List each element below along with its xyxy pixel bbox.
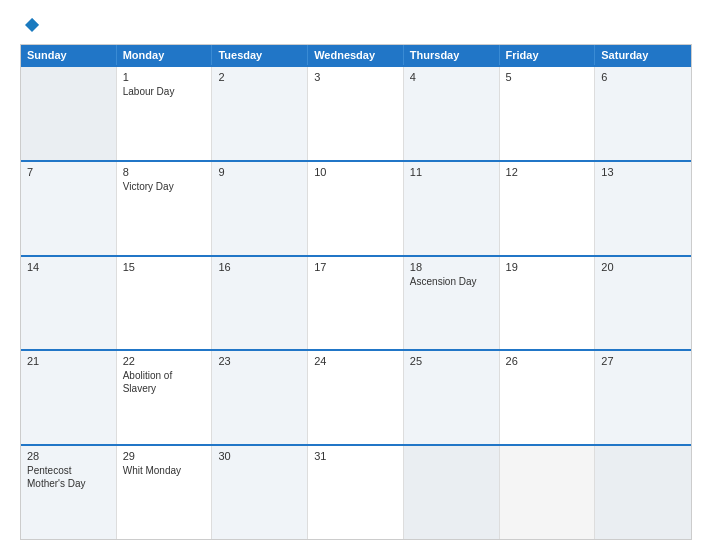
calendar-cell: 28PentecostMother's Day	[21, 446, 117, 539]
day-number: 15	[123, 261, 206, 273]
calendar-cell: 15	[117, 257, 213, 350]
calendar-cell: 9	[212, 162, 308, 255]
event-label: Mother's Day	[27, 477, 110, 490]
calendar-cell: 25	[404, 351, 500, 444]
day-number: 2	[218, 71, 301, 83]
cal-header-cell: Tuesday	[212, 45, 308, 65]
calendar-week-row: 1Labour Day23456	[21, 65, 691, 160]
calendar-week-row: 78Victory Day910111213	[21, 160, 691, 255]
event-label: Victory Day	[123, 180, 206, 193]
calendar: SundayMondayTuesdayWednesdayThursdayFrid…	[20, 44, 692, 540]
calendar-cell: 6	[595, 67, 691, 160]
day-number: 12	[506, 166, 589, 178]
calendar-cell: 21	[21, 351, 117, 444]
day-number: 26	[506, 355, 589, 367]
day-number: 8	[123, 166, 206, 178]
cal-header-cell: Friday	[500, 45, 596, 65]
calendar-cell: 4	[404, 67, 500, 160]
calendar-week-row: 2122Abolition of Slavery2324252627	[21, 349, 691, 444]
day-number: 4	[410, 71, 493, 83]
calendar-cell: 2	[212, 67, 308, 160]
calendar-cell: 16	[212, 257, 308, 350]
calendar-cell: 7	[21, 162, 117, 255]
calendar-cell: 13	[595, 162, 691, 255]
calendar-cell: 26	[500, 351, 596, 444]
calendar-cell: 20	[595, 257, 691, 350]
event-label: Pentecost	[27, 464, 110, 477]
calendar-cell: 24	[308, 351, 404, 444]
calendar-cell: 31	[308, 446, 404, 539]
calendar-cell: 27	[595, 351, 691, 444]
day-number: 18	[410, 261, 493, 273]
day-number: 17	[314, 261, 397, 273]
calendar-cell	[21, 67, 117, 160]
calendar-cell: 29Whit Monday	[117, 446, 213, 539]
day-number: 24	[314, 355, 397, 367]
day-number: 28	[27, 450, 110, 462]
cal-header-cell: Monday	[117, 45, 213, 65]
calendar-cell: 17	[308, 257, 404, 350]
day-number: 27	[601, 355, 685, 367]
day-number: 14	[27, 261, 110, 273]
calendar-cell: 1Labour Day	[117, 67, 213, 160]
day-number: 23	[218, 355, 301, 367]
cal-header-cell: Saturday	[595, 45, 691, 65]
calendar-cell: 19	[500, 257, 596, 350]
day-number: 20	[601, 261, 685, 273]
day-number: 19	[506, 261, 589, 273]
calendar-body: 1Labour Day2345678Victory Day91011121314…	[21, 65, 691, 539]
day-number: 16	[218, 261, 301, 273]
svg-marker-1	[32, 18, 39, 25]
day-number: 10	[314, 166, 397, 178]
calendar-cell	[500, 446, 596, 539]
day-number: 21	[27, 355, 110, 367]
calendar-week-row: 1415161718Ascension Day1920	[21, 255, 691, 350]
day-number: 29	[123, 450, 206, 462]
cal-header-cell: Thursday	[404, 45, 500, 65]
day-number: 9	[218, 166, 301, 178]
day-number: 31	[314, 450, 397, 462]
calendar-cell: 5	[500, 67, 596, 160]
day-number: 25	[410, 355, 493, 367]
day-number: 5	[506, 71, 589, 83]
calendar-cell	[595, 446, 691, 539]
logo	[20, 16, 41, 34]
calendar-cell: 8Victory Day	[117, 162, 213, 255]
calendar-cell: 14	[21, 257, 117, 350]
calendar-week-row: 28PentecostMother's Day29Whit Monday3031	[21, 444, 691, 539]
cal-header-cell: Sunday	[21, 45, 117, 65]
calendar-cell: 10	[308, 162, 404, 255]
day-number: 1	[123, 71, 206, 83]
day-number: 30	[218, 450, 301, 462]
logo-flag-icon	[23, 16, 41, 34]
calendar-cell: 11	[404, 162, 500, 255]
calendar-header: SundayMondayTuesdayWednesdayThursdayFrid…	[21, 45, 691, 65]
day-number: 13	[601, 166, 685, 178]
calendar-cell: 12	[500, 162, 596, 255]
calendar-cell: 18Ascension Day	[404, 257, 500, 350]
header	[20, 16, 692, 34]
page: SundayMondayTuesdayWednesdayThursdayFrid…	[0, 0, 712, 550]
cal-header-cell: Wednesday	[308, 45, 404, 65]
calendar-cell: 30	[212, 446, 308, 539]
day-number: 22	[123, 355, 206, 367]
event-label: Labour Day	[123, 85, 206, 98]
day-number: 6	[601, 71, 685, 83]
calendar-cell	[404, 446, 500, 539]
day-number: 3	[314, 71, 397, 83]
day-number: 11	[410, 166, 493, 178]
day-number: 7	[27, 166, 110, 178]
calendar-cell: 23	[212, 351, 308, 444]
event-label: Whit Monday	[123, 464, 206, 477]
calendar-cell: 22Abolition of Slavery	[117, 351, 213, 444]
calendar-cell: 3	[308, 67, 404, 160]
event-label: Ascension Day	[410, 275, 493, 288]
event-label: Abolition of Slavery	[123, 369, 206, 395]
